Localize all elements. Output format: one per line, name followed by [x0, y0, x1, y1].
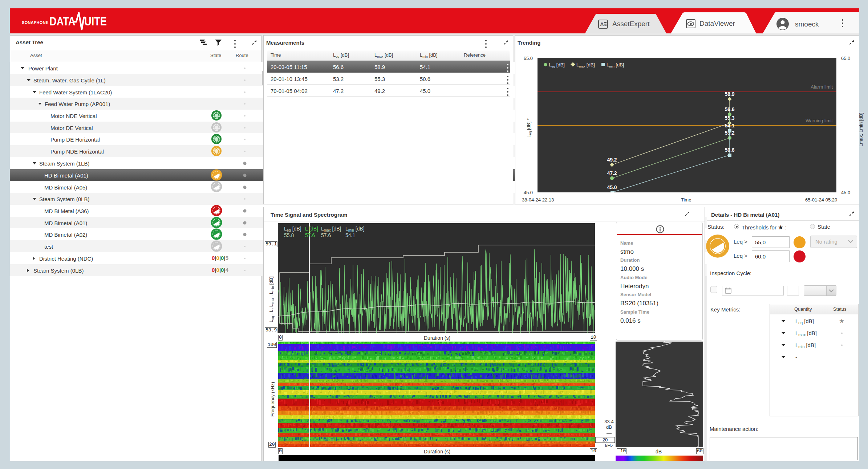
- svg-text:50.6: 50.6: [725, 147, 734, 153]
- svg-text:56.6: 56.6: [725, 106, 734, 112]
- svg-text:Lmax [dB]: Lmax [dB]: [576, 62, 595, 68]
- svg-text:Warning limit: Warning limit: [806, 118, 833, 123]
- svg-text:Leq [dB]: Leq [dB]: [284, 226, 301, 232]
- svg-text:47.2: 47.2: [607, 170, 617, 176]
- svg-text:A: A: [600, 21, 604, 27]
- svg-text:57.6: 57.6: [321, 232, 331, 238]
- svg-text:57.6: 57.6: [305, 232, 315, 238]
- svg-text:58.9: 58.9: [725, 91, 734, 97]
- svg-text:Lmin [dB]: Lmin [dB]: [607, 62, 624, 68]
- svg-text:54.1: 54.1: [725, 123, 734, 129]
- svg-text:Lmax [dB]: Lmax [dB]: [321, 226, 341, 232]
- svg-text:54.1: 54.1: [345, 232, 355, 238]
- svg-text:45.0: 45.0: [607, 184, 617, 190]
- svg-text:Leq [dB]: Leq [dB]: [549, 62, 565, 68]
- svg-text:Alarm limit: Alarm limit: [811, 84, 833, 90]
- svg-text:Lmin [dB]: Lmin [dB]: [345, 226, 365, 232]
- svg-text:L [dB]: L [dB]: [305, 226, 318, 232]
- svg-text:49.2: 49.2: [607, 157, 617, 163]
- svg-text:55.8: 55.8: [284, 232, 294, 238]
